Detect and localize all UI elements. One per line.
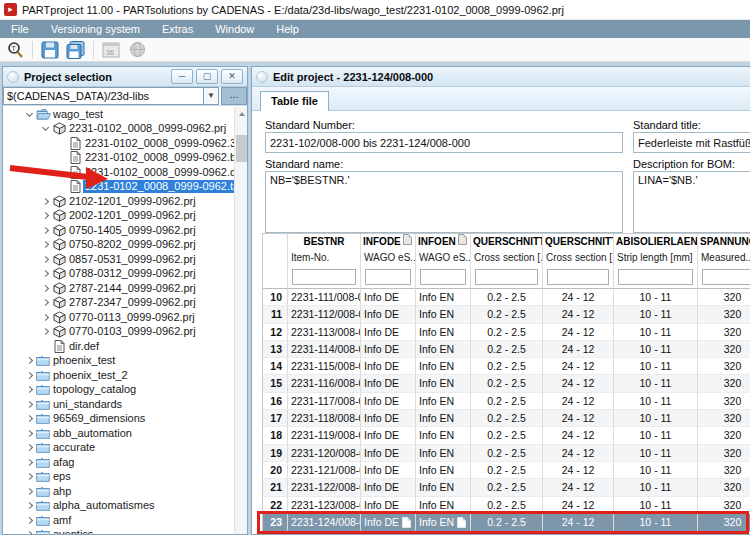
table-row-10[interactable]: 102231-111/008-000Info DEInfo EN0.2 - 2.… — [263, 289, 750, 306]
tree-item-accurate[interactable]: accurate — [3, 441, 247, 456]
edit-project-titlebar[interactable]: Edit project - 2231-124/008-000 — [252, 67, 750, 87]
filter-input-bestnr[interactable] — [292, 269, 356, 285]
tree-item-topology-catalog[interactable]: topology_catalog — [3, 383, 247, 398]
tree-item-eps[interactable]: eps — [3, 470, 247, 485]
chevron-right-icon[interactable] — [23, 445, 35, 450]
chevron-right-icon[interactable] — [23, 358, 35, 363]
chevron-right-icon[interactable] — [23, 503, 35, 508]
chevron-down-icon[interactable] — [39, 127, 51, 130]
chevron-right-icon[interactable] — [23, 460, 35, 465]
column-header-bestnr[interactable]: BESTNR — [288, 234, 361, 250]
chevron-right-icon[interactable] — [39, 242, 51, 247]
table-row-19[interactable]: 192231-120/008-000Info DEInfo EN0.2 - 2.… — [263, 445, 750, 462]
tree-item-ahp[interactable]: ahp — [3, 484, 247, 499]
chevron-right-icon[interactable] — [23, 373, 35, 378]
menu-window[interactable]: Window — [204, 20, 265, 38]
tree-item-2002-1201-0999-0962-prj[interactable]: 2002-1201_0999-0962.prj — [3, 209, 247, 224]
close-icon[interactable]: ✕ — [221, 69, 243, 84]
tree-item-dir-def[interactable]: dir.def — [3, 339, 247, 354]
standard-name-field[interactable]: NB='$BESTNR.' — [265, 171, 623, 233]
column-header-abisolierlaenge[interactable]: ABISOLIERLAENGE — [614, 234, 698, 250]
chevron-right-icon[interactable] — [23, 402, 35, 407]
batch-dialog-icon[interactable]: 36 — [100, 40, 122, 60]
tree-item-96569-dimensions[interactable]: 96569_dimensions — [3, 412, 247, 427]
tree-item-2787-2347-0999-0962-prj[interactable]: 2787-2347_0999-0962.prj — [3, 296, 247, 311]
chevron-right-icon[interactable] — [23, 416, 35, 421]
chevron-right-icon[interactable] — [23, 532, 35, 534]
save-icon[interactable] — [39, 40, 61, 60]
chevron-right-icon[interactable] — [23, 518, 35, 523]
chevron-right-icon[interactable] — [23, 474, 35, 479]
tab-table-file[interactable]: Table file — [260, 91, 329, 111]
tree-item-phoenix-test-2[interactable]: phoenix_test_2 — [3, 368, 247, 383]
table-row-17[interactable]: 172231-118/008-000Info DEInfo EN0.2 - 2.… — [263, 410, 750, 427]
save-all-icon[interactable] — [65, 40, 87, 60]
column-header-querschnitt1[interactable]: QUERSCHNITT1 — [471, 234, 543, 250]
table-row-13[interactable]: 132231-114/008-000Info DEInfo EN0.2 - 2.… — [263, 341, 750, 358]
tree-item-0857-0531-0999-0962-prj[interactable]: 0857-0531_0999-0962.prj — [3, 252, 247, 267]
tree-item-2787-2144-0999-0962-prj[interactable]: 2787-2144_0999-0962.prj — [3, 281, 247, 296]
table-row-21[interactable]: 212231-122/008-000Info DEInfo EN0.2 - 2.… — [263, 479, 750, 496]
chevron-down-icon[interactable] — [23, 113, 35, 116]
seek-project-icon[interactable]: T — [4, 40, 26, 60]
table-row-11[interactable]: 112231-112/008-000Info DEInfo EN0.2 - 2.… — [263, 306, 750, 323]
tree-item-0750-8202-0999-0962-prj[interactable]: 0750-8202_0999-0962.prj — [3, 238, 247, 253]
chevron-right-icon[interactable] — [23, 431, 35, 436]
menu-file[interactable]: File — [0, 20, 40, 38]
tree-item-abb-automation[interactable]: abb_automation — [3, 426, 247, 441]
chevron-right-icon[interactable] — [39, 329, 51, 334]
project-selection-titlebar[interactable]: Project selection ─ ▢ ✕ — [3, 67, 247, 87]
chevron-right-icon[interactable] — [39, 199, 51, 204]
maximize-icon[interactable]: ▢ — [196, 69, 218, 84]
table-row-22[interactable]: 222231-123/008-000Info DEInfo EN0.2 - 2.… — [263, 497, 750, 514]
filter-input-querschnitt2[interactable] — [547, 269, 609, 285]
table-row-23[interactable]: 232231-124/008-000Info DEInfo EN0.2 - 2.… — [263, 514, 750, 531]
chevron-right-icon[interactable] — [39, 300, 51, 305]
chevron-right-icon[interactable] — [39, 315, 51, 320]
column-header-infoen[interactable]: INFOEN — [416, 234, 471, 250]
tree-item-0770-0103-0999-0962-prj[interactable]: 0770-0103_0999-0962.prj — [3, 325, 247, 340]
tree-item-amf[interactable]: amf — [3, 513, 247, 528]
table-row-15[interactable]: 152231-116/008-000Info DEInfo EN0.2 - 2.… — [263, 375, 750, 392]
tree-item-2231-0102-0008-0999-0962-def[interactable]: 2231-0102_0008_0999-0962.def — [3, 165, 247, 180]
column-header-querschnitt2[interactable]: QUERSCHNITT2 — [543, 234, 614, 250]
column-header-rownum[interactable] — [263, 234, 288, 250]
filter-input-querschnitt1[interactable] — [475, 269, 538, 285]
chevron-right-icon[interactable] — [39, 257, 51, 262]
filter-input-infoen[interactable] — [420, 269, 466, 285]
chevron-right-icon[interactable] — [23, 489, 35, 494]
scroll-up-icon[interactable] — [235, 107, 248, 120]
bom-description-field[interactable]: LINA='$NB.' — [633, 171, 750, 233]
standard-title-field[interactable] — [633, 132, 750, 153]
table-row-12[interactable]: 122231-113/008-000Info DEInfo EN0.2 - 2.… — [263, 324, 750, 341]
table-row-14[interactable]: 142231-115/008-000Info DEInfo EN0.2 - 2.… — [263, 358, 750, 375]
chevron-right-icon[interactable] — [39, 286, 51, 291]
tree-item-afag[interactable]: afag — [3, 455, 247, 470]
menu-versioning-system[interactable]: Versioning system — [40, 20, 151, 38]
tree-item-wago-test[interactable]: wago_test — [3, 107, 247, 122]
tree-item-alpha-automatismes[interactable]: alpha_automatismes — [3, 499, 247, 514]
chevron-right-icon[interactable] — [39, 228, 51, 233]
tree-item-phoenix-test[interactable]: phoenix_test — [3, 354, 247, 369]
table-row-16[interactable]: 162231-117/008-000Info DEInfo EN0.2 - 2.… — [263, 393, 750, 410]
filter-input-spannung[interactable] — [702, 269, 750, 285]
minimize-icon[interactable]: ─ — [171, 69, 193, 84]
table-row-20[interactable]: 202231-121/008-000Info DEInfo EN0.2 - 2.… — [263, 462, 750, 479]
filter-input-infode[interactable] — [365, 269, 411, 285]
column-header-infode[interactable]: INFODE — [361, 234, 416, 250]
scroll-thumb[interactable] — [236, 135, 247, 162]
menu-extras[interactable]: Extras — [151, 20, 204, 38]
chevron-right-icon[interactable] — [23, 387, 35, 392]
column-header-spannung[interactable]: SPANNUNG — [698, 234, 750, 250]
browse-button[interactable]: ... — [221, 87, 247, 105]
table-row-18[interactable]: 182231-119/008-000Info DEInfo EN0.2 - 2.… — [263, 427, 750, 444]
chevron-right-icon[interactable] — [39, 213, 51, 218]
chevron-right-icon[interactable] — [39, 271, 51, 276]
tree-item-0750-1405-0999-0962-prj[interactable]: 0750-1405_0999-0962.prj — [3, 223, 247, 238]
tree-item-aventics[interactable]: aventics — [3, 528, 247, 535]
filter-input-abisolierlaenge[interactable] — [618, 269, 693, 285]
tree-item-2231-0102-0008-0999-0962-tab[interactable]: 2231-0102_0008_0999-0962.tab — [3, 180, 247, 195]
path-dropdown-icon[interactable]: ▼ — [204, 87, 219, 105]
tree-item-2102-1201-0999-0962-prj[interactable]: 2102-1201_0999-0962.prj — [3, 194, 247, 209]
tree-item-0788-0312-0999-0962-prj[interactable]: 0788-0312_0999-0962.prj — [3, 267, 247, 282]
